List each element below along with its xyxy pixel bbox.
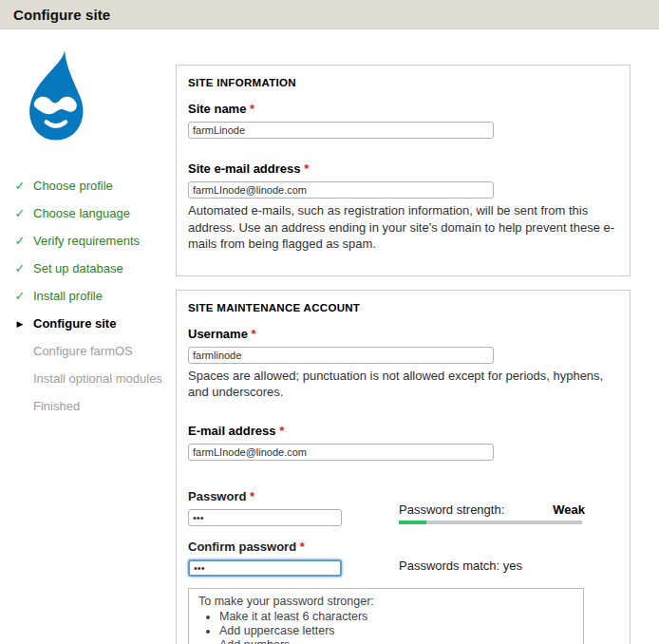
configure-site-form: SITE INFORMATION Site name * Site e-mail…	[176, 29, 659, 644]
check-icon: ✓	[13, 206, 27, 220]
password-row: Password * Password strength: Weak	[188, 489, 618, 526]
arrow-right-icon: ▶	[13, 319, 27, 329]
required-marker: *	[250, 102, 254, 116]
task-label: Install optional modules	[33, 371, 162, 386]
password-tips-list: Make it at least 6 characters Add upperc…	[219, 610, 574, 644]
site-email-form-item: Site e-mail address * Automated e-mails,…	[188, 161, 618, 253]
task-install-profile: ✓ Install profile	[13, 282, 176, 310]
account-email-form-item: E-mail address *	[188, 424, 618, 461]
password-strength-label: Password strength:	[399, 502, 504, 517]
site-email-label: Site e-mail address *	[188, 161, 618, 176]
check-icon: ✓	[13, 261, 27, 275]
task-configure-site-current: ▶ Configure site	[13, 310, 176, 337]
username-description: Spaces are allowed; punctuation is not a…	[188, 368, 618, 401]
required-marker: *	[250, 489, 254, 503]
task-choose-profile: ✓ Choose profile	[13, 172, 176, 199]
passwords-match-value: yes	[503, 559, 522, 573]
password-strength-bar	[399, 521, 582, 524]
task-install-optional-modules: Install optional modules	[13, 365, 176, 392]
page-title: Configure site	[13, 7, 110, 23]
task-finished: Finished	[13, 392, 176, 420]
password-tips-title: To make your password stronger:	[198, 595, 574, 608]
username-label: Username *	[188, 327, 618, 341]
maintenance-account-fieldset: SITE MAINTENANCE ACCOUNT Username * Spac…	[176, 290, 631, 644]
username-input[interactable]	[188, 347, 494, 364]
install-progress-sidebar: ✓ Choose profile ✓ Choose language ✓ Ver…	[0, 29, 176, 644]
maintenance-account-legend: SITE MAINTENANCE ACCOUNT	[188, 302, 618, 313]
task-choose-language: ✓ Choose language	[13, 199, 176, 227]
install-task-list: ✓ Choose profile ✓ Choose language ✓ Ver…	[9, 172, 176, 420]
site-name-form-item: Site name *	[188, 102, 618, 139]
site-information-legend: SITE INFORMATION	[188, 77, 618, 88]
required-marker: *	[279, 424, 284, 438]
page-header: Configure site	[0, 0, 659, 29]
passwords-match-status: Passwords match: yes	[399, 540, 585, 573]
task-label: Choose language	[33, 206, 130, 220]
task-label: Set up database	[33, 261, 123, 275]
task-label: Configure site	[33, 316, 116, 331]
drupal-logo-icon	[11, 48, 99, 145]
required-marker: *	[252, 327, 256, 341]
password-tips-box: To make your password stronger: Make it …	[188, 588, 584, 644]
username-form-item: Username * Spaces are allowed; punctuati…	[188, 327, 618, 401]
check-icon: ✓	[13, 179, 27, 193]
confirm-password-input[interactable]	[188, 559, 342, 577]
site-name-label: Site name *	[188, 102, 618, 116]
password-strength-widget: Password strength: Weak	[399, 489, 585, 524]
confirm-password-row: Confirm password * Passwords match: yes	[188, 540, 618, 577]
password-tip: Add numbers	[219, 638, 574, 644]
password-label: Password *	[188, 489, 399, 503]
password-tip: Add uppercase letters	[219, 624, 574, 637]
site-information-fieldset: SITE INFORMATION Site name * Site e-mail…	[176, 65, 631, 276]
password-strength-fill	[399, 521, 426, 524]
site-email-description: Automated e-mails, such as registration …	[188, 202, 618, 253]
task-label: Verify requirements	[33, 234, 140, 248]
task-set-up-database: ✓ Set up database	[13, 255, 176, 282]
task-verify-requirements: ✓ Verify requirements	[13, 227, 176, 255]
account-email-input[interactable]	[188, 444, 494, 461]
account-email-label: E-mail address *	[188, 424, 618, 438]
required-marker: *	[304, 161, 309, 176]
check-icon: ✓	[13, 289, 27, 303]
password-tip: Make it at least 6 characters	[219, 610, 574, 623]
password-input[interactable]	[188, 509, 342, 526]
confirm-password-label: Confirm password *	[188, 540, 399, 554]
site-email-input[interactable]	[188, 181, 494, 199]
task-label: Install profile	[33, 289, 103, 303]
required-marker: *	[300, 540, 305, 554]
password-strength-value: Weak	[553, 502, 585, 517]
site-name-input[interactable]	[188, 122, 494, 139]
task-configure-farmos: Configure farmOS	[13, 337, 176, 365]
task-label: Finished	[33, 399, 80, 413]
task-label: Configure farmOS	[33, 344, 133, 358]
task-label: Choose profile	[33, 179, 113, 193]
check-icon: ✓	[13, 234, 27, 248]
